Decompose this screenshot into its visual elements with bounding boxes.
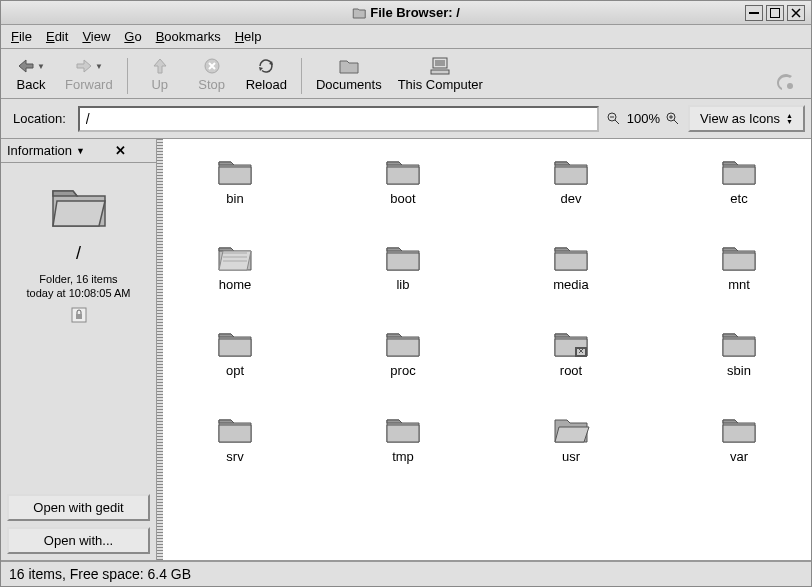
svg-rect-0 <box>749 12 759 14</box>
file-item-boot[interactable]: boot <box>359 155 447 233</box>
maximize-button[interactable] <box>766 5 784 21</box>
file-label: srv <box>226 449 243 464</box>
menu-bookmarks[interactable]: Bookmarks <box>156 29 221 44</box>
svg-rect-10 <box>76 314 82 319</box>
folder-icon <box>215 155 255 189</box>
file-label: root <box>560 363 582 378</box>
folder-icon <box>719 241 759 275</box>
open-with-button[interactable]: Open with... <box>7 527 150 554</box>
up-button[interactable]: Up <box>136 53 184 94</box>
file-item-srv[interactable]: srv <box>191 413 279 491</box>
location-label: Location: <box>7 111 72 126</box>
folder-large-icon <box>47 181 111 231</box>
forward-button[interactable]: ▼ Forward <box>59 53 119 94</box>
location-bar: Location: 100% View as Icons ▲▼ <box>1 99 811 139</box>
zoom-controls: 100% <box>605 110 682 128</box>
file-label: proc <box>390 363 415 378</box>
file-item-dev[interactable]: dev <box>527 155 615 233</box>
file-label: usr <box>562 449 580 464</box>
folder-icon <box>383 241 423 275</box>
file-label: mnt <box>728 277 750 292</box>
svg-rect-5 <box>431 70 449 74</box>
computer-button[interactable]: This Computer <box>392 53 489 94</box>
zoom-out-button[interactable] <box>605 110 623 128</box>
window-folder-icon <box>352 7 366 19</box>
file-item-mnt[interactable]: mnt <box>695 241 783 319</box>
location-input[interactable] <box>78 106 599 132</box>
svg-rect-12 <box>577 349 585 355</box>
svg-rect-4 <box>435 60 445 66</box>
computer-icon <box>430 55 450 77</box>
file-item-usr[interactable]: usr <box>527 413 615 491</box>
file-label: lib <box>396 277 409 292</box>
file-item-bin[interactable]: bin <box>191 155 279 233</box>
side-panel: Information ▼ ✕ / Folder, 16 items today… <box>1 139 157 560</box>
toolbar-separator <box>127 58 128 94</box>
reload-icon <box>257 55 275 77</box>
file-item-root[interactable]: root <box>527 327 615 405</box>
file-label: opt <box>226 363 244 378</box>
file-item-home[interactable]: home <box>191 241 279 319</box>
folder-icon <box>551 413 591 447</box>
folder-icon <box>338 55 360 77</box>
arrow-up-icon <box>153 55 167 77</box>
menu-file[interactable]: File <box>11 29 32 44</box>
throbber-icon <box>775 72 797 94</box>
folder-icon <box>719 413 759 447</box>
body-split: Information ▼ ✕ / Folder, 16 items today… <box>1 139 811 561</box>
file-item-proc[interactable]: proc <box>359 327 447 405</box>
folder-icon <box>551 155 591 189</box>
titlebar[interactable]: File Browser: / <box>1 1 811 25</box>
sidepanel-folder-name: / <box>76 243 81 264</box>
file-label: media <box>553 277 588 292</box>
stop-button[interactable]: Stop <box>188 53 236 94</box>
file-grid[interactable]: binbootdevetchomelibmediamntoptprocroots… <box>163 139 811 560</box>
file-item-opt[interactable]: opt <box>191 327 279 405</box>
sidepanel-info: Folder, 16 items today at 10:08:05 AM <box>27 272 131 301</box>
menu-view[interactable]: View <box>82 29 110 44</box>
back-button[interactable]: ▼ Back <box>7 53 55 94</box>
zoom-in-button[interactable] <box>664 110 682 128</box>
file-item-lib[interactable]: lib <box>359 241 447 319</box>
view-selector[interactable]: View as Icons ▲▼ <box>688 105 805 132</box>
folder-icon <box>215 413 255 447</box>
folder-icon <box>719 327 759 361</box>
file-item-var[interactable]: var <box>695 413 783 491</box>
file-label: dev <box>561 191 582 206</box>
documents-button[interactable]: Documents <box>310 53 388 94</box>
updown-icon: ▲▼ <box>786 113 793 125</box>
minimize-button[interactable] <box>745 5 763 21</box>
folder-icon <box>551 327 591 361</box>
menu-help[interactable]: Help <box>235 29 262 44</box>
file-item-media[interactable]: media <box>527 241 615 319</box>
file-item-sbin[interactable]: sbin <box>695 327 783 405</box>
file-item-tmp[interactable]: tmp <box>359 413 447 491</box>
file-item-etc[interactable]: etc <box>695 155 783 233</box>
close-button[interactable] <box>787 5 805 21</box>
file-label: boot <box>390 191 415 206</box>
folder-icon <box>719 155 759 189</box>
zoom-level: 100% <box>627 111 660 126</box>
svg-rect-1 <box>771 8 780 17</box>
file-label: sbin <box>727 363 751 378</box>
file-label: bin <box>226 191 243 206</box>
toolbar: ▼ Back ▼ Forward Up Stop Reload Document… <box>1 49 811 99</box>
folder-icon <box>215 241 255 275</box>
stop-icon <box>204 55 220 77</box>
file-label: var <box>730 449 748 464</box>
close-panel-button[interactable]: ✕ <box>115 143 150 158</box>
main-window: File Browser: / File Edit View Go Bookma… <box>0 0 812 587</box>
folder-icon <box>383 413 423 447</box>
file-label: home <box>219 277 252 292</box>
sidepanel-actions: Open with gedit Open with... <box>1 488 156 560</box>
dropdown-icon[interactable]: ▼ <box>76 146 111 156</box>
title-wrap: File Browser: / <box>352 5 460 20</box>
reload-button[interactable]: Reload <box>240 53 293 94</box>
menu-edit[interactable]: Edit <box>46 29 68 44</box>
file-label: etc <box>730 191 747 206</box>
menu-go[interactable]: Go <box>124 29 141 44</box>
window-title: File Browser: / <box>370 5 460 20</box>
folder-icon <box>551 241 591 275</box>
folder-icon <box>383 327 423 361</box>
open-with-gedit-button[interactable]: Open with gedit <box>7 494 150 521</box>
